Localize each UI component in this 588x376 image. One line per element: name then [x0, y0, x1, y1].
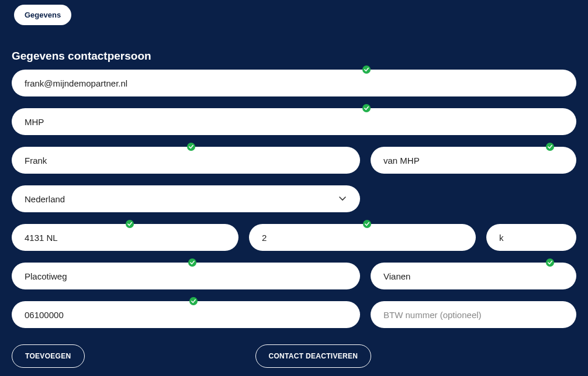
country-value: Nederland — [25, 194, 65, 204]
check-icon — [188, 258, 196, 267]
check-icon — [187, 143, 195, 151]
section-title: Gegevens contactpersoon — [12, 50, 576, 63]
postal-field[interactable] — [12, 224, 238, 251]
tab-label: Gegevens — [25, 11, 61, 19]
add-button[interactable]: TOEVOEGEN — [12, 344, 85, 368]
chevron-down-icon — [338, 194, 347, 205]
street-field[interactable] — [12, 263, 360, 289]
check-icon — [546, 258, 554, 267]
check-icon — [362, 104, 371, 112]
vat-field[interactable] — [371, 301, 576, 328]
lastname-field[interactable] — [371, 147, 576, 174]
email-field[interactable] — [12, 70, 576, 96]
housenumber-field[interactable] — [249, 224, 476, 251]
housenumber-suffix-field[interactable] — [486, 224, 576, 251]
check-icon — [362, 65, 371, 74]
firstname-field[interactable] — [12, 147, 360, 174]
deactivate-contact-button[interactable]: CONTACT DEACTIVEREN — [255, 344, 372, 368]
country-select[interactable]: Nederland — [12, 185, 360, 212]
check-icon — [189, 297, 198, 305]
phone-field[interactable] — [12, 301, 360, 328]
tab-gegevens[interactable]: Gegevens — [14, 5, 71, 25]
check-icon — [546, 143, 554, 151]
contact-form: Nederland — [12, 70, 576, 368]
company-field[interactable] — [12, 108, 576, 135]
check-icon — [363, 220, 371, 228]
city-field[interactable] — [371, 263, 576, 289]
check-icon — [126, 220, 134, 228]
